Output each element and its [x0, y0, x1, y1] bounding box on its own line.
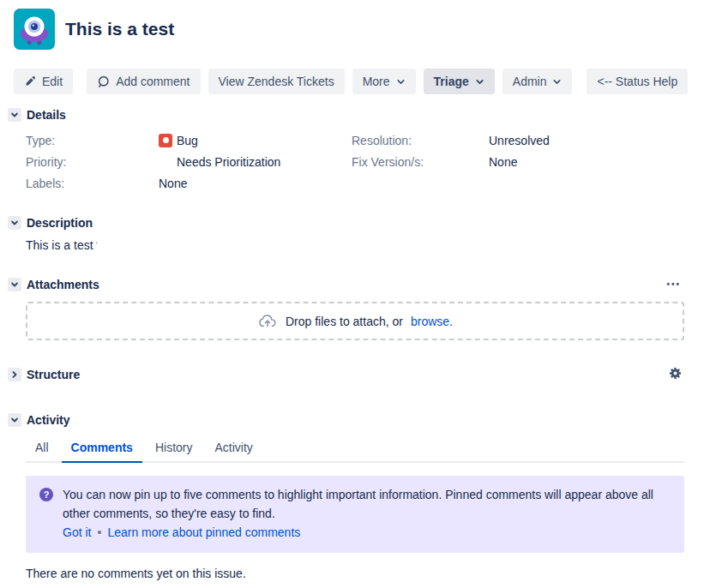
cloud-upload-icon: [257, 311, 278, 332]
more-dropdown-button[interactable]: More: [352, 69, 416, 94]
field-value-labels: None: [159, 172, 352, 194]
description-trailing-mark: ': [96, 240, 98, 252]
chevron-down-icon: [475, 77, 484, 87]
field-value-resolution: Unresolved: [489, 129, 684, 151]
activity-section: Activity All Comments History Activity ?…: [14, 413, 684, 580]
field-label-type: Type:: [26, 129, 159, 151]
jira-issue-page: This is a test Edit Add comment View Zen…: [0, 0, 704, 588]
fix-versions-value-text: None: [489, 155, 517, 169]
chevron-down-icon: [10, 280, 19, 289]
triage-status-dropdown-button[interactable]: Triage: [424, 69, 495, 94]
more-button-label: More: [363, 75, 390, 88]
chevron-right-icon: [10, 370, 19, 379]
attachments-menu-button[interactable]: •••: [663, 279, 684, 291]
comment-bubble-icon: [97, 75, 110, 88]
admin-button-label: Admin: [513, 75, 547, 88]
activity-tab-bar: All Comments History Activity: [26, 437, 684, 463]
ellipsis-icon: •••: [666, 279, 681, 289]
view-zendesk-tickets-label: View Zendesk Tickets: [219, 75, 334, 88]
structure-expand-toggle[interactable]: [8, 368, 21, 381]
description-collapse-toggle[interactable]: [8, 216, 21, 230]
details-field-grid: Type: Bug Resolution: Unresolved Priorit…: [26, 129, 684, 194]
priority-icon-placeholder: [159, 155, 172, 169]
edit-button-label: Edit: [42, 75, 63, 88]
add-comment-button[interactable]: Add comment: [87, 69, 200, 94]
triage-button-label: Triage: [434, 75, 469, 88]
field-label-fix-versions: Fix Version/s:: [352, 151, 489, 172]
status-help-button-label: <-- Status Help: [597, 75, 677, 88]
no-comments-message: There are no comments yet on this issue.: [26, 567, 684, 580]
browse-files-link[interactable]: browse.: [411, 315, 453, 328]
resolution-value-text: Unresolved: [489, 134, 550, 147]
tab-history[interactable]: History: [146, 437, 202, 463]
priority-value-text: Needs Prioritization: [177, 155, 280, 169]
type-value-text: Bug: [177, 134, 198, 147]
details-section: Details Type: Bug Resolution: Unresolved…: [14, 108, 684, 194]
description-section: Description This is a test': [14, 216, 684, 252]
field-value-fix-versions: None: [489, 151, 684, 172]
activity-section-title: Activity: [27, 413, 70, 427]
attachments-section: Attachments ••• Drop files to attach, or…: [14, 278, 684, 340]
edit-button[interactable]: Edit: [14, 69, 73, 94]
bug-type-icon: [159, 134, 172, 147]
add-comment-button-label: Add comment: [116, 75, 190, 88]
description-text-value: This is a test: [26, 238, 93, 252]
pencil-icon: [24, 75, 36, 87]
chevron-down-icon: [10, 416, 19, 424]
page-title: This is a test: [65, 19, 174, 39]
chevron-down-icon: [552, 77, 562, 87]
issue-avatar-icon: [14, 9, 55, 50]
labels-value-text: None: [159, 177, 187, 190]
issue-header: This is a test: [14, 9, 684, 50]
question-mark-icon: ?: [39, 488, 53, 501]
file-dropzone[interactable]: Drop files to attach, or browse.: [26, 302, 684, 340]
attachments-section-title: Attachments: [27, 278, 99, 291]
details-collapse-toggle[interactable]: [8, 108, 21, 122]
admin-dropdown-button[interactable]: Admin: [502, 69, 573, 94]
learn-more-pinned-comments-link[interactable]: Learn more about pinned comments: [107, 525, 300, 539]
toolbar: Edit Add comment View Zendesk Tickets Mo…: [14, 69, 684, 94]
pinned-comments-banner: ? You can now pin up to five comments to…: [26, 476, 684, 553]
field-value-type: Bug: [159, 129, 352, 151]
tab-activity[interactable]: Activity: [205, 437, 262, 463]
activity-collapse-toggle[interactable]: [8, 413, 21, 427]
structure-settings-button[interactable]: [666, 367, 684, 382]
got-it-link[interactable]: Got it: [63, 525, 91, 539]
tab-all[interactable]: All: [26, 437, 58, 463]
view-zendesk-tickets-button[interactable]: View Zendesk Tickets: [208, 69, 345, 94]
field-label-resolution: Resolution:: [352, 129, 489, 151]
dot-separator: •: [97, 525, 101, 539]
attachments-collapse-toggle[interactable]: [8, 278, 21, 291]
field-label-priority: Priority:: [26, 151, 159, 172]
tab-comments[interactable]: Comments: [62, 437, 142, 463]
field-value-priority: Needs Prioritization: [159, 151, 352, 172]
description-text: This is a test': [26, 238, 684, 252]
chevron-down-icon: [10, 111, 19, 119]
details-section-title: Details: [27, 108, 66, 122]
banner-message: You can now pin up to five comments to h…: [63, 485, 668, 523]
structure-section: Structure: [14, 367, 684, 382]
status-help-button[interactable]: <-- Status Help: [587, 69, 688, 94]
dropzone-text: Drop files to attach, or: [286, 315, 403, 328]
chevron-down-icon: [396, 77, 406, 87]
structure-section-title: Structure: [27, 368, 80, 381]
chevron-down-icon: [10, 219, 19, 227]
description-section-title: Description: [27, 216, 93, 230]
gear-icon: [669, 367, 682, 380]
field-label-labels: Labels:: [26, 172, 159, 194]
